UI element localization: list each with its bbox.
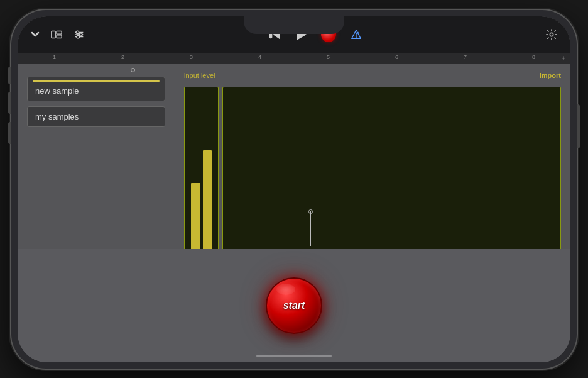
annotation-dot-2	[308, 209, 313, 214]
gear-icon	[545, 28, 558, 41]
home-indicator[interactable]	[256, 355, 332, 357]
notch	[244, 16, 344, 34]
ruler-inner: 1 2 3 4 5 6 7 8 +	[20, 53, 568, 64]
volume-up-button[interactable]	[8, 92, 11, 114]
ruler-tick-4: 4	[258, 54, 261, 60]
ruler-tick-8: 8	[532, 54, 535, 60]
toolbar-left	[30, 28, 85, 41]
svg-rect-2	[57, 35, 62, 38]
annotation-line-1	[133, 70, 133, 246]
ruler-tick-5: 5	[327, 54, 330, 60]
ruler-tick-6: 6	[395, 54, 398, 60]
toolbar-right	[545, 28, 558, 41]
start-button[interactable]: start	[266, 277, 322, 334]
ruler-numbers: 1 2 3 4 5 6 7 8	[20, 54, 568, 60]
ruler-tick-2: 2	[121, 54, 124, 60]
annotation-dot-1	[131, 68, 135, 72]
layout-button[interactable]	[50, 28, 63, 41]
start-button-label: start	[283, 300, 305, 311]
settings-button[interactable]	[545, 28, 558, 41]
phone-screen: 1 2 3 4 5 6 7 8 + new sample	[18, 16, 570, 362]
svg-point-6	[76, 31, 79, 34]
svg-point-7	[79, 33, 82, 36]
ruler-add-button[interactable]: +	[562, 54, 565, 62]
layout-icon	[50, 28, 63, 41]
power-button[interactable]	[577, 104, 580, 148]
chevron-down-icon	[30, 30, 40, 40]
ruler-tick-1: 1	[53, 54, 56, 60]
start-area: start	[18, 249, 570, 362]
phone-frame: 1 2 3 4 5 6 7 8 + new sample	[11, 10, 577, 369]
my-samples-button[interactable]: my samples	[27, 106, 165, 127]
svg-rect-0	[52, 31, 55, 38]
metronome-icon	[350, 28, 362, 41]
dropdown-button[interactable]	[30, 30, 40, 40]
ruler-tick-7: 7	[464, 54, 467, 60]
metronome-button[interactable]	[350, 28, 362, 41]
svg-point-15	[550, 33, 553, 36]
input-level-label: input level	[184, 72, 215, 79]
silent-switch[interactable]	[8, 67, 11, 84]
ruler-tick-3: 3	[190, 54, 193, 60]
svg-rect-1	[57, 31, 62, 34]
annotation-line-2	[310, 211, 311, 246]
input-level-bar: input level import	[184, 72, 561, 79]
svg-point-8	[77, 35, 80, 38]
screen-content: 1 2 3 4 5 6 7 8 + new sample	[18, 16, 570, 362]
mixer-icon	[73, 28, 85, 41]
volume-down-button[interactable]	[8, 122, 11, 144]
ruler: 1 2 3 4 5 6 7 8 +	[18, 53, 570, 64]
mixer-button[interactable]	[73, 28, 85, 41]
new-sample-button[interactable]: new sample	[27, 77, 165, 101]
import-button[interactable]: import	[540, 72, 561, 79]
